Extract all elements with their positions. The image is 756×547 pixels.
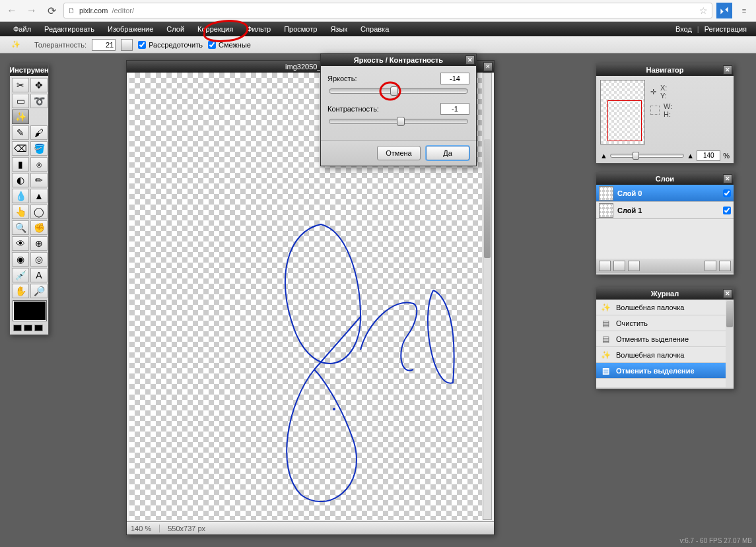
replace-color-tool[interactable]: ◐ — [12, 173, 29, 187]
menu-layer[interactable]: Слой — [160, 22, 191, 36]
dodge-tool[interactable]: 🔍 — [12, 220, 29, 235]
navigator-close-button[interactable]: ✕ — [723, 65, 732, 75]
menu-view[interactable]: Просмотр — [277, 22, 324, 36]
login-link[interactable]: Вход — [673, 22, 695, 36]
scrollbar-thumb[interactable] — [726, 301, 733, 327]
bookmark-icon[interactable]: ☆ — [699, 5, 708, 16]
picker-tool[interactable]: 💉 — [12, 268, 29, 282]
spot-heal-tool[interactable]: ⊕ — [30, 236, 48, 251]
history-title[interactable]: Журнал ✕ — [596, 288, 734, 300]
move-tool[interactable]: ✥ — [30, 78, 48, 92]
history-item[interactable]: ▤Отменить выделение — [596, 363, 734, 379]
back-button[interactable]: ← — [4, 3, 20, 18]
canvas-close-button[interactable]: ✕ — [483, 62, 493, 71]
contiguous-option[interactable]: Рассредоточить — [138, 41, 203, 49]
history-item[interactable]: ✨Волшебная палочка — [596, 347, 734, 363]
navigator-panel: Навигатор ✕ ✛ X:Y: W:H: ▲ ▲ 140 % — [596, 63, 734, 164]
brightness-slider-handle[interactable] — [390, 86, 398, 96]
navigator-thumbnail[interactable] — [600, 80, 645, 145]
blur-tool[interactable]: 💧 — [12, 189, 29, 203]
dialog-close-button[interactable]: ✕ — [465, 55, 475, 65]
extension-button[interactable] — [716, 3, 732, 18]
layers-title[interactable]: Слои ✕ — [596, 173, 734, 185]
menu-image[interactable]: Изображение — [101, 22, 160, 36]
zoom-slider-handle[interactable] — [633, 152, 639, 160]
dialog-title-bar[interactable]: Яркость / Контрастность ✕ — [321, 54, 476, 66]
navigator-zoom-slider[interactable] — [610, 154, 684, 158]
foreground-color[interactable] — [13, 301, 46, 321]
contrast-input[interactable] — [440, 103, 469, 115]
pencil-tool[interactable]: ✎ — [12, 125, 29, 140]
register-link[interactable]: Регистрация — [702, 22, 749, 36]
cancel-button[interactable]: Отмена — [377, 146, 421, 160]
smudge-tool[interactable]: 👆 — [12, 205, 29, 219]
swatch[interactable] — [24, 325, 32, 331]
navigator-title[interactable]: Навигатор ✕ — [596, 64, 734, 76]
menu-edit[interactable]: Редактировать — [38, 22, 101, 36]
crop-tool[interactable]: ✂ — [12, 78, 29, 92]
sponge-tool[interactable]: ◯ — [30, 205, 48, 219]
layer-styles-button[interactable] — [628, 261, 640, 271]
tolerance-input[interactable] — [92, 39, 116, 51]
zoom-out-icon[interactable]: ▲ — [600, 152, 607, 160]
layer-visibility-checkbox[interactable] — [723, 189, 731, 197]
adjacent-checkbox[interactable] — [208, 41, 216, 49]
layer-name: Слой 0 — [617, 189, 719, 197]
contrast-slider-handle[interactable] — [397, 117, 405, 126]
history-item[interactable]: ▤Отменить выделение — [596, 331, 734, 347]
canvas-scrollbar-v[interactable] — [483, 73, 492, 520]
tolerance-dropdown[interactable] — [121, 39, 133, 51]
new-layer-button[interactable] — [704, 261, 716, 271]
menu-file[interactable]: Файл — [7, 22, 38, 36]
zoom-in-icon[interactable]: ▲ — [687, 152, 694, 160]
swatch[interactable] — [34, 325, 43, 331]
swatch[interactable] — [13, 325, 22, 331]
scrollbar-thumb[interactable] — [484, 139, 491, 258]
reload-button[interactable]: ⟳ — [44, 3, 59, 18]
clone-tool[interactable]: ⍟ — [30, 157, 48, 172]
layer-row[interactable]: Слой 0 — [596, 185, 734, 202]
brightness-contrast-dialog: Яркость / Контрастность ✕ Яркость: Контр… — [320, 53, 477, 166]
lasso-tool[interactable]: ➰ — [30, 94, 48, 108]
gradient-tool[interactable]: ▮ — [12, 157, 29, 172]
menu-adjustment[interactable]: Коррекция — [191, 22, 240, 36]
delete-layer-button[interactable] — [719, 261, 731, 271]
contrast-slider[interactable] — [329, 119, 468, 124]
sharpen-tool[interactable]: ▲ — [30, 189, 48, 203]
redeye-tool[interactable]: 👁 — [12, 236, 29, 251]
eraser-tool[interactable]: ⌫ — [12, 141, 29, 156]
pinch-tool[interactable]: ◎ — [30, 252, 48, 267]
marquee-tool[interactable]: ▭ — [12, 94, 29, 108]
layers-close-button[interactable]: ✕ — [723, 174, 732, 183]
draw-tool[interactable]: ✏ — [30, 173, 48, 187]
layer-row[interactable]: Слой 1 — [596, 202, 734, 219]
url-bar[interactable]: 🗋 pixlr.com/editor/ ☆ — [63, 3, 712, 18]
burn-tool[interactable]: ✊ — [30, 220, 48, 235]
zoom-tool[interactable]: 🔎 — [30, 284, 48, 298]
contrast-label: Контрастность: — [327, 105, 379, 113]
history-item[interactable]: ✨Волшебная палочка — [596, 300, 734, 315]
chrome-menu-button[interactable]: ≡ — [736, 3, 752, 18]
type-tool[interactable]: A — [30, 268, 48, 282]
layer-visibility-checkbox[interactable] — [723, 207, 731, 214]
adjacent-option[interactable]: Смежные — [208, 41, 251, 49]
menu-language[interactable]: Язык — [324, 22, 354, 36]
hand-tool[interactable]: ✋ — [12, 284, 29, 298]
history-close-button[interactable]: ✕ — [723, 289, 732, 298]
menu-help[interactable]: Справка — [354, 22, 395, 36]
brightness-input[interactable] — [440, 73, 469, 84]
contiguous-checkbox[interactable] — [138, 41, 146, 49]
layer-mask-button[interactable] — [613, 261, 625, 271]
bucket-tool[interactable]: 🪣 — [30, 141, 48, 156]
ok-button[interactable]: Да — [426, 146, 469, 160]
history-item[interactable]: ▤Очистить — [596, 315, 734, 331]
brightness-slider[interactable] — [329, 88, 468, 94]
menu-filter[interactable]: Фильтр — [240, 22, 277, 36]
forward-button[interactable]: → — [24, 3, 40, 18]
brush-tool[interactable]: 🖌 — [30, 125, 48, 140]
wand-tool[interactable]: ✨ — [12, 110, 29, 124]
navigator-zoom-value[interactable]: 140 — [697, 150, 720, 161]
history-scrollbar[interactable] — [726, 300, 734, 387]
layer-settings-button[interactable] — [599, 261, 611, 271]
bloat-tool[interactable]: ◉ — [12, 252, 29, 267]
